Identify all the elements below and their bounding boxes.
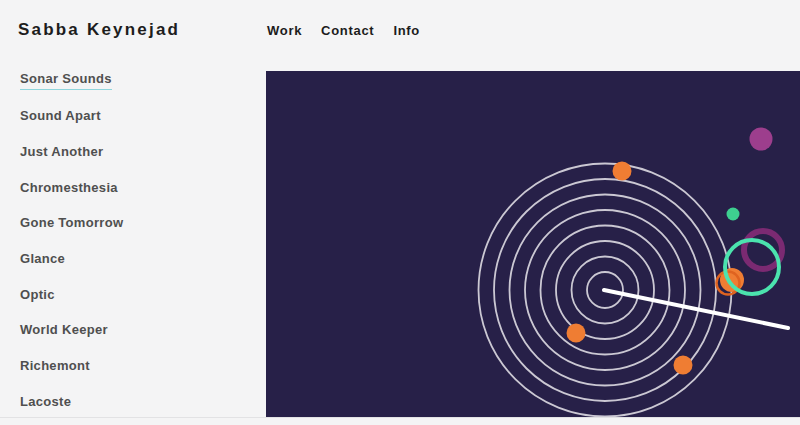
sidebar-item-world-keeper[interactable]: World Keeper: [20, 312, 258, 348]
orange-dot-bottom-right: [674, 356, 693, 375]
sidebar-item-label: Lacoste: [20, 394, 71, 410]
sonar-visualization: [266, 71, 800, 417]
brand-title[interactable]: Sabba Keynejad: [18, 20, 180, 40]
sidebar-item-sound-apart[interactable]: Sound Apart: [20, 98, 258, 134]
sidebar-item-label: Gone Tomorrow: [20, 215, 123, 231]
sidebar-item-label: World Keeper: [20, 322, 108, 338]
header: Sabba Keynejad Work Contact Info: [0, 0, 800, 62]
sidebar-item-lacoste[interactable]: Lacoste: [20, 383, 258, 419]
sidebar-item-label: Sound Apart: [20, 108, 101, 124]
sidebar-item-glance[interactable]: Glance: [20, 240, 258, 276]
orange-dot-left: [567, 324, 586, 343]
sidebar-item-label: Richemont: [20, 358, 90, 374]
purple-dot: [750, 128, 773, 151]
nav-item-contact[interactable]: Contact: [321, 23, 374, 38]
sidebar-item-chromesthesia[interactable]: Chromesthesia: [20, 169, 258, 205]
project-hero-panel: [266, 71, 800, 417]
sidebar-item-label: Glance: [20, 251, 65, 267]
sidebar-item-sonar-sounds[interactable]: Sonar Sounds: [20, 62, 258, 98]
sidebar-item-gone-tomorrow[interactable]: Gone Tomorrow: [20, 205, 258, 241]
sidebar-item-just-another[interactable]: Just Another: [20, 133, 258, 169]
sidebar-item-richemont[interactable]: Richemont: [20, 348, 258, 384]
orange-dot-top: [613, 162, 632, 181]
bottom-divider: [0, 417, 800, 418]
teal-dot: [727, 208, 740, 221]
sidebar-item-label: Sonar Sounds: [20, 71, 112, 89]
project-sidebar: Sonar Sounds Sound Apart Just Another Ch…: [0, 62, 258, 419]
main-nav: Work Contact Info: [267, 23, 420, 38]
nav-item-info[interactable]: Info: [393, 23, 420, 38]
sidebar-item-label: Optic: [20, 287, 55, 303]
purple-ring: [744, 231, 782, 269]
sidebar-item-optic[interactable]: Optic: [20, 276, 258, 312]
sidebar-item-label: Just Another: [20, 144, 103, 160]
nav-item-work[interactable]: Work: [267, 23, 302, 38]
portfolio-page: Sabba Keynejad Work Contact Info Sonar S…: [0, 0, 800, 425]
sidebar-item-label: Chromesthesia: [20, 180, 118, 196]
